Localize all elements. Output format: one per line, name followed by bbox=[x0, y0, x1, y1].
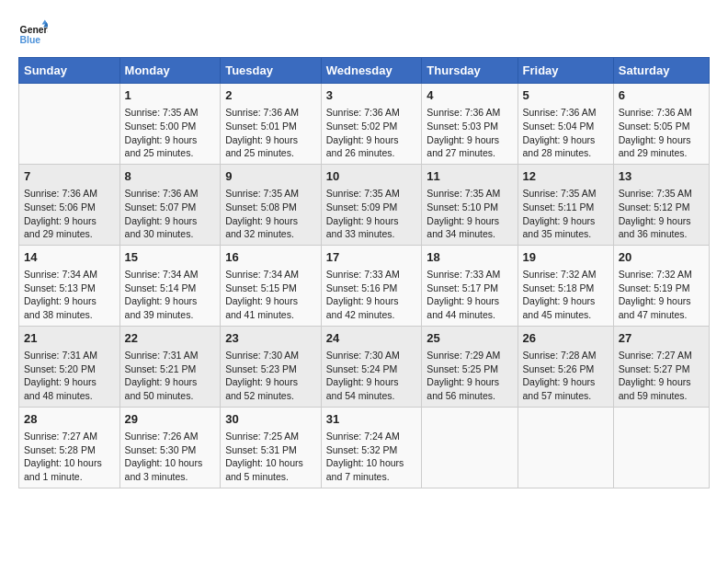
day-info: Sunrise: 7:35 AM Sunset: 5:10 PM Dayligh… bbox=[427, 187, 512, 241]
day-info: Sunrise: 7:24 AM Sunset: 5:32 PM Dayligh… bbox=[326, 430, 417, 484]
calendar-cell bbox=[613, 407, 709, 488]
day-info: Sunrise: 7:33 AM Sunset: 5:16 PM Dayligh… bbox=[326, 268, 417, 322]
day-info: Sunrise: 7:33 AM Sunset: 5:17 PM Dayligh… bbox=[427, 268, 512, 322]
calendar-cell: 22Sunrise: 7:31 AM Sunset: 5:21 PM Dayli… bbox=[119, 326, 221, 407]
calendar-cell bbox=[19, 84, 120, 165]
week-row-4: 21Sunrise: 7:31 AM Sunset: 5:20 PM Dayli… bbox=[19, 326, 710, 407]
day-number: 30 bbox=[225, 411, 316, 428]
day-number: 15 bbox=[125, 249, 216, 266]
day-number: 20 bbox=[619, 249, 704, 266]
day-number: 12 bbox=[523, 168, 609, 185]
calendar-cell: 13Sunrise: 7:35 AM Sunset: 5:12 PM Dayli… bbox=[613, 164, 709, 245]
calendar-cell: 7Sunrise: 7:36 AM Sunset: 5:06 PM Daylig… bbox=[19, 164, 120, 245]
day-number: 13 bbox=[619, 168, 704, 185]
header-saturday: Saturday bbox=[613, 58, 709, 84]
day-number: 22 bbox=[125, 330, 216, 347]
day-info: Sunrise: 7:27 AM Sunset: 5:27 PM Dayligh… bbox=[619, 349, 704, 403]
calendar-cell: 3Sunrise: 7:36 AM Sunset: 5:02 PM Daylig… bbox=[321, 84, 422, 165]
calendar-cell: 2Sunrise: 7:36 AM Sunset: 5:01 PM Daylig… bbox=[221, 84, 322, 165]
day-number: 7 bbox=[24, 168, 115, 185]
svg-text:Blue: Blue bbox=[20, 35, 41, 45]
week-row-2: 7Sunrise: 7:36 AM Sunset: 5:06 PM Daylig… bbox=[19, 164, 710, 245]
day-info: Sunrise: 7:30 AM Sunset: 5:23 PM Dayligh… bbox=[225, 349, 316, 403]
calendar-cell: 14Sunrise: 7:34 AM Sunset: 5:13 PM Dayli… bbox=[19, 245, 120, 326]
day-info: Sunrise: 7:32 AM Sunset: 5:19 PM Dayligh… bbox=[619, 268, 704, 322]
day-number: 6 bbox=[619, 87, 704, 104]
day-info: Sunrise: 7:36 AM Sunset: 5:06 PM Dayligh… bbox=[24, 187, 115, 241]
calendar-cell: 1Sunrise: 7:35 AM Sunset: 5:00 PM Daylig… bbox=[119, 84, 221, 165]
header-friday: Friday bbox=[518, 58, 613, 84]
day-number: 21 bbox=[24, 330, 115, 347]
page-header: General Blue bbox=[18, 18, 710, 48]
day-number: 25 bbox=[427, 330, 512, 347]
calendar-cell: 9Sunrise: 7:35 AM Sunset: 5:08 PM Daylig… bbox=[221, 164, 322, 245]
day-number: 14 bbox=[24, 249, 115, 266]
calendar-cell bbox=[422, 407, 518, 488]
day-info: Sunrise: 7:35 AM Sunset: 5:08 PM Dayligh… bbox=[225, 187, 316, 241]
day-number: 11 bbox=[427, 168, 512, 185]
day-number: 8 bbox=[125, 168, 216, 185]
day-info: Sunrise: 7:27 AM Sunset: 5:28 PM Dayligh… bbox=[24, 430, 115, 484]
svg-text:General: General bbox=[20, 25, 48, 35]
calendar-cell: 24Sunrise: 7:30 AM Sunset: 5:24 PM Dayli… bbox=[321, 326, 422, 407]
day-number: 28 bbox=[24, 411, 115, 428]
day-number: 1 bbox=[125, 87, 216, 104]
calendar-cell: 25Sunrise: 7:29 AM Sunset: 5:25 PM Dayli… bbox=[422, 326, 518, 407]
calendar-cell: 10Sunrise: 7:35 AM Sunset: 5:09 PM Dayli… bbox=[321, 164, 422, 245]
day-number: 26 bbox=[523, 330, 609, 347]
calendar-cell: 31Sunrise: 7:24 AM Sunset: 5:32 PM Dayli… bbox=[321, 407, 422, 488]
day-number: 24 bbox=[326, 330, 417, 347]
day-info: Sunrise: 7:36 AM Sunset: 5:07 PM Dayligh… bbox=[125, 187, 216, 241]
header-tuesday: Tuesday bbox=[221, 58, 322, 84]
calendar-cell: 17Sunrise: 7:33 AM Sunset: 5:16 PM Dayli… bbox=[321, 245, 422, 326]
logo: General Blue bbox=[18, 18, 42, 48]
calendar-cell: 11Sunrise: 7:35 AM Sunset: 5:10 PM Dayli… bbox=[422, 164, 518, 245]
calendar-cell: 20Sunrise: 7:32 AM Sunset: 5:19 PM Dayli… bbox=[613, 245, 709, 326]
day-number: 10 bbox=[326, 168, 417, 185]
calendar-cell: 30Sunrise: 7:25 AM Sunset: 5:31 PM Dayli… bbox=[221, 407, 322, 488]
calendar-cell: 26Sunrise: 7:28 AM Sunset: 5:26 PM Dayli… bbox=[518, 326, 613, 407]
calendar-cell: 8Sunrise: 7:36 AM Sunset: 5:07 PM Daylig… bbox=[119, 164, 221, 245]
logo-icon: General Blue bbox=[18, 18, 48, 48]
day-info: Sunrise: 7:35 AM Sunset: 5:00 PM Dayligh… bbox=[125, 106, 216, 160]
calendar-cell: 28Sunrise: 7:27 AM Sunset: 5:28 PM Dayli… bbox=[19, 407, 120, 488]
day-info: Sunrise: 7:34 AM Sunset: 5:14 PM Dayligh… bbox=[125, 268, 216, 322]
day-info: Sunrise: 7:36 AM Sunset: 5:05 PM Dayligh… bbox=[619, 106, 704, 160]
week-row-3: 14Sunrise: 7:34 AM Sunset: 5:13 PM Dayli… bbox=[19, 245, 710, 326]
day-info: Sunrise: 7:29 AM Sunset: 5:25 PM Dayligh… bbox=[427, 349, 512, 403]
day-number: 2 bbox=[225, 87, 316, 104]
calendar-cell: 19Sunrise: 7:32 AM Sunset: 5:18 PM Dayli… bbox=[518, 245, 613, 326]
header-wednesday: Wednesday bbox=[321, 58, 422, 84]
calendar-cell: 15Sunrise: 7:34 AM Sunset: 5:14 PM Dayli… bbox=[119, 245, 221, 326]
day-info: Sunrise: 7:32 AM Sunset: 5:18 PM Dayligh… bbox=[523, 268, 609, 322]
day-info: Sunrise: 7:25 AM Sunset: 5:31 PM Dayligh… bbox=[225, 430, 316, 484]
week-row-1: 1Sunrise: 7:35 AM Sunset: 5:00 PM Daylig… bbox=[19, 84, 710, 165]
day-info: Sunrise: 7:28 AM Sunset: 5:26 PM Dayligh… bbox=[523, 349, 609, 403]
calendar-cell: 5Sunrise: 7:36 AM Sunset: 5:04 PM Daylig… bbox=[518, 84, 613, 165]
day-info: Sunrise: 7:26 AM Sunset: 5:30 PM Dayligh… bbox=[125, 430, 216, 484]
day-info: Sunrise: 7:34 AM Sunset: 5:13 PM Dayligh… bbox=[24, 268, 115, 322]
day-info: Sunrise: 7:31 AM Sunset: 5:20 PM Dayligh… bbox=[24, 349, 115, 403]
calendar-cell: 6Sunrise: 7:36 AM Sunset: 5:05 PM Daylig… bbox=[613, 84, 709, 165]
header-thursday: Thursday bbox=[422, 58, 518, 84]
day-info: Sunrise: 7:36 AM Sunset: 5:01 PM Dayligh… bbox=[225, 106, 316, 160]
calendar-cell: 29Sunrise: 7:26 AM Sunset: 5:30 PM Dayli… bbox=[119, 407, 221, 488]
header-sunday: Sunday bbox=[19, 58, 120, 84]
day-info: Sunrise: 7:36 AM Sunset: 5:03 PM Dayligh… bbox=[427, 106, 512, 160]
day-number: 5 bbox=[523, 87, 609, 104]
calendar-header-row: SundayMondayTuesdayWednesdayThursdayFrid… bbox=[19, 58, 710, 84]
calendar-cell: 4Sunrise: 7:36 AM Sunset: 5:03 PM Daylig… bbox=[422, 84, 518, 165]
calendar-cell: 27Sunrise: 7:27 AM Sunset: 5:27 PM Dayli… bbox=[613, 326, 709, 407]
calendar-cell: 12Sunrise: 7:35 AM Sunset: 5:11 PM Dayli… bbox=[518, 164, 613, 245]
calendar-cell: 16Sunrise: 7:34 AM Sunset: 5:15 PM Dayli… bbox=[221, 245, 322, 326]
calendar-cell: 21Sunrise: 7:31 AM Sunset: 5:20 PM Dayli… bbox=[19, 326, 120, 407]
day-info: Sunrise: 7:31 AM Sunset: 5:21 PM Dayligh… bbox=[125, 349, 216, 403]
day-info: Sunrise: 7:30 AM Sunset: 5:24 PM Dayligh… bbox=[326, 349, 417, 403]
day-number: 18 bbox=[427, 249, 512, 266]
day-info: Sunrise: 7:36 AM Sunset: 5:04 PM Dayligh… bbox=[523, 106, 609, 160]
day-info: Sunrise: 7:35 AM Sunset: 5:09 PM Dayligh… bbox=[326, 187, 417, 241]
day-number: 3 bbox=[326, 87, 417, 104]
day-number: 16 bbox=[225, 249, 316, 266]
day-number: 31 bbox=[326, 411, 417, 428]
day-info: Sunrise: 7:34 AM Sunset: 5:15 PM Dayligh… bbox=[225, 268, 316, 322]
